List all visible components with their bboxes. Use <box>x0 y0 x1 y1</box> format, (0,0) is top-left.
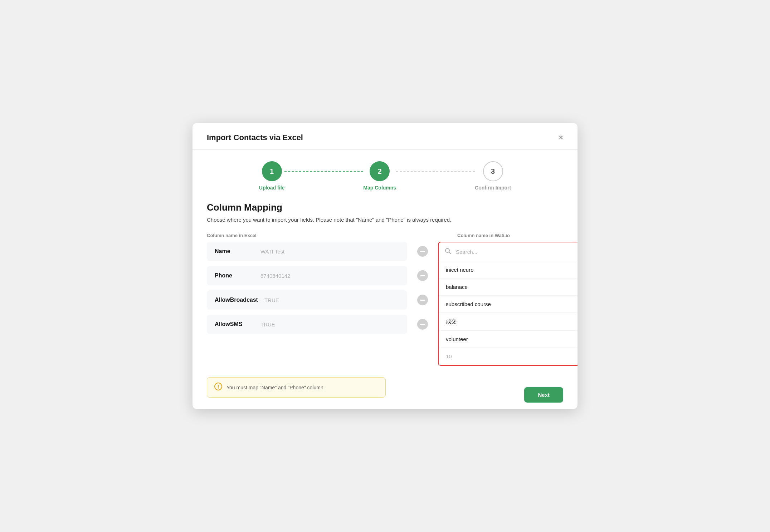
cell-key-sms: AllowSMS <box>215 321 254 327</box>
excel-cell-broadcast: AllowBroadcast TRUE <box>207 290 407 310</box>
cell-val-name: WATI Test <box>260 248 284 255</box>
minus-btn-sms[interactable] <box>417 319 428 330</box>
cell-key-phone: Phone <box>215 272 254 279</box>
stepper: 1 Upload file 2 Map Columns 3 Confirm Im… <box>192 150 578 199</box>
search-icon <box>444 247 452 256</box>
step-2-label: Map Columns <box>363 185 396 191</box>
search-box <box>439 242 578 261</box>
dropdown-item-4[interactable]: volunteer <box>439 331 578 348</box>
warning-text: You must map "Name" and "Phone" column. <box>226 385 325 390</box>
section-title: Column Mapping <box>207 202 563 213</box>
wati-dropdown-panel: inicet neuro balanace subscrtibed course… <box>438 242 578 366</box>
minus-btn-phone[interactable] <box>417 270 428 281</box>
modal-header: Import Contacts via Excel × <box>192 123 578 150</box>
step-2-circle: 2 <box>370 161 390 181</box>
connector-1 <box>284 171 363 172</box>
minus-icon-name <box>420 251 425 252</box>
step-3: 3 Confirm Import <box>475 161 511 191</box>
cell-key-broadcast: AllowBroadcast <box>215 297 258 303</box>
step-1: 1 Upload file <box>259 161 285 191</box>
col-excel-header: Column name in Excel <box>207 233 414 238</box>
mapping-row-name: Name WATI Test <box>207 242 438 261</box>
minus-icon-broadcast <box>420 300 425 301</box>
import-modal: Import Contacts via Excel × 1 Upload fil… <box>192 123 578 409</box>
warning-box: You must map "Name" and "Phone" column. <box>207 377 386 398</box>
cell-val-broadcast: TRUE <box>264 297 279 303</box>
excel-cell-phone: Phone 8740840142 <box>207 266 407 285</box>
modal-body: Column Mapping Choose where you want to … <box>192 199 578 409</box>
search-input[interactable] <box>456 249 578 255</box>
warning-icon <box>214 383 222 392</box>
next-button[interactable]: Next <box>524 387 563 403</box>
dropdown-list: inicet neuro balanace subscrtibed course… <box>439 261 578 365</box>
step-1-label: Upload file <box>259 185 285 191</box>
mapping-row-sms: AllowSMS TRUE <box>207 315 438 334</box>
svg-line-1 <box>449 252 451 254</box>
svg-point-4 <box>218 388 219 388</box>
mapping-row-broadcast: AllowBroadcast TRUE <box>207 290 438 310</box>
dropdown-item-3[interactable]: 成交 <box>439 313 578 331</box>
step-3-circle: 3 <box>483 161 503 181</box>
connector-2 <box>396 171 475 172</box>
cell-val-sms: TRUE <box>260 321 275 327</box>
columns-header: Column name in Excel Column name in Wati… <box>207 233 563 238</box>
cell-val-phone: 8740840142 <box>260 273 290 279</box>
dropdown-item-2[interactable]: subscrtibed course <box>439 296 578 313</box>
minus-btn-broadcast[interactable] <box>417 295 428 305</box>
close-button[interactable]: × <box>559 134 563 142</box>
cell-key-name: Name <box>215 248 254 255</box>
dropdown-item-0[interactable]: inicet neuro <box>439 261 578 279</box>
step-3-label: Confirm Import <box>475 185 511 191</box>
step-1-circle: 1 <box>262 161 282 181</box>
minus-icon-sms <box>420 324 425 325</box>
section-desc: Choose where you want to import your fie… <box>207 217 563 223</box>
excel-cell-name: Name WATI Test <box>207 242 407 261</box>
minus-icon-phone <box>420 275 425 276</box>
step-2: 2 Map Columns <box>363 161 396 191</box>
minus-btn-name[interactable] <box>417 246 428 257</box>
mapping-row-phone: Phone 8740840142 <box>207 266 438 285</box>
dropdown-item-1[interactable]: balanace <box>439 279 578 296</box>
search-dropdown: inicet neuro balanace subscrtibed course… <box>438 242 578 366</box>
excel-cell-sms: AllowSMS TRUE <box>207 315 407 334</box>
dropdown-item-5[interactable]: 10 <box>439 348 578 365</box>
modal-title: Import Contacts via Excel <box>207 133 303 142</box>
col-wati-header: Column name in Wati.io <box>457 233 563 238</box>
modal-footer: Next <box>510 381 578 409</box>
